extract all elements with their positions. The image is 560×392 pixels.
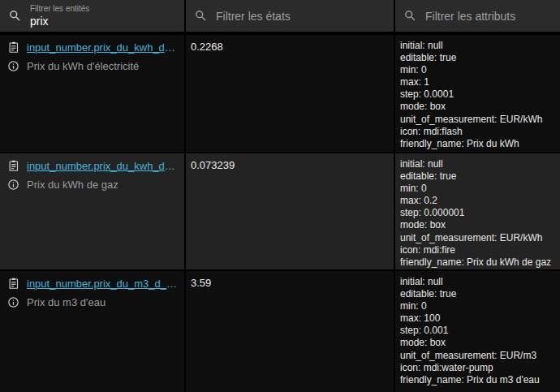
state-value: 0.073239 xyxy=(191,159,235,171)
state-filter-input[interactable] xyxy=(216,10,386,23)
entity-cell: input_number.prix_du_kwh_d_electricite P… xyxy=(0,35,184,152)
entity-id-link[interactable]: input_number.prix_du_kwh_d_electricite xyxy=(27,41,179,54)
state-cell: 0.073239 xyxy=(186,153,394,269)
states-dev-tool-table: Filtrer les entités input_number.prix_du… xyxy=(0,0,560,392)
entity-friendly-name: Prix du kWh d'électricité xyxy=(27,60,139,72)
entity-id-link[interactable]: input_number.prix_du_m3_d_eau xyxy=(27,278,179,290)
state-cell: 0.2268 xyxy=(186,35,394,152)
info-icon[interactable] xyxy=(6,295,19,308)
entity-filter-label: Filtrer les entités xyxy=(30,4,176,14)
attributes-cell: initial: null editable: true min: 0 max:… xyxy=(395,271,560,392)
attributes-cell: initial: null editable: true min: 0 max:… xyxy=(395,35,560,152)
state-cell: 3.59 xyxy=(186,271,394,392)
info-icon[interactable] xyxy=(6,59,19,72)
copy-entity-id-icon[interactable] xyxy=(6,159,19,172)
state-filter-field xyxy=(186,0,394,33)
search-icon xyxy=(403,9,417,23)
entity-cell: input_number.prix_du_kwh_de_gaz Prix du … xyxy=(0,153,184,269)
state-value: 0.2268 xyxy=(191,41,223,53)
entity-friendly-name: Prix du kWh de gaz xyxy=(27,179,118,191)
search-icon xyxy=(194,9,208,23)
copy-entity-id-icon[interactable] xyxy=(6,277,19,290)
entity-id-link[interactable]: input_number.prix_du_kwh_de_gaz xyxy=(27,160,179,172)
attributes-cell: initial: null editable: true min: 0 max:… xyxy=(395,153,560,269)
attribute-filter-field xyxy=(395,0,560,33)
copy-entity-id-icon[interactable] xyxy=(6,41,19,54)
entity-cell: input_number.prix_du_m3_d_eau Prix du m3… xyxy=(0,271,184,392)
attribute-filter-input[interactable] xyxy=(425,10,552,23)
entity-filter-input[interactable] xyxy=(30,15,176,28)
entity-filter-field: Filtrer les entités xyxy=(0,0,184,33)
search-icon xyxy=(8,9,22,23)
state-value: 3.59 xyxy=(191,277,211,289)
entity-friendly-name: Prix du m3 d'eau xyxy=(27,296,106,308)
info-icon[interactable] xyxy=(6,178,19,191)
